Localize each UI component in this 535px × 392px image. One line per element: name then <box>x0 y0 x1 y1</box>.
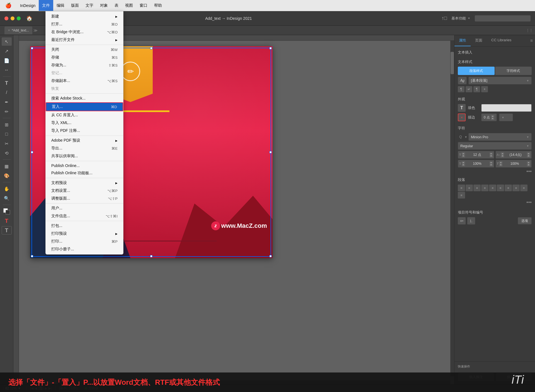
menu-edit[interactable]: 编辑 <box>53 0 68 11</box>
menu-help[interactable]: 帮助 <box>151 0 165 11</box>
leading-down[interactable]: ▼ <box>501 155 504 157</box>
tab-properties[interactable]: 属性 <box>454 35 471 46</box>
fill-color-swatch[interactable] <box>481 104 532 112</box>
tool-type-outline[interactable]: T <box>2 226 12 234</box>
share-icon[interactable]: ↑□ <box>441 15 447 21</box>
bullets-options-btn[interactable]: 选项 <box>518 217 532 224</box>
handle-tr[interactable] <box>269 47 272 49</box>
tool-hand[interactable]: ✋ <box>2 185 12 193</box>
handle-tl[interactable] <box>31 47 33 49</box>
align-justify-all-btn[interactable]: ≡ <box>512 185 520 191</box>
tool-fill-stroke[interactable] <box>2 207 12 216</box>
stroke-type-dropdown[interactable]: ▼ <box>499 113 513 121</box>
para-icon-3[interactable]: ¶ <box>473 86 480 92</box>
scale-h-down2[interactable]: ▼ <box>527 164 530 166</box>
menu-cc-place[interactable]: 从 CC 库置入... <box>46 111 123 119</box>
align-left-btn[interactable]: ≡ <box>458 185 465 191</box>
menu-new[interactable]: 新建 ▶ <box>46 13 123 20</box>
scale-v-up[interactable]: ▲ <box>462 161 465 164</box>
menu-view[interactable]: 视图 <box>122 0 136 11</box>
panel-toggle[interactable]: ⋮⋮ <box>526 28 533 32</box>
menu-table[interactable]: 表 <box>111 0 122 11</box>
panel-menu-icon[interactable]: ≡ <box>530 38 533 43</box>
align-toward-spine-btn[interactable]: ≡ <box>458 192 465 199</box>
tool-line[interactable]: / <box>2 88 12 97</box>
tool-direct-select[interactable]: ↗ <box>2 47 12 55</box>
menu-adjust-layout[interactable]: 调整版面... ⌥⇧P <box>46 195 123 202</box>
document-tab[interactable]: ✕ *Add_text... <box>4 26 32 34</box>
align-justify-right-btn[interactable]: ≡ <box>505 185 512 191</box>
file-menu[interactable]: 新建 ▶ 打开... ⌘O 在 Bridge 中浏览... ⌥⌘O 最近打开文件… <box>45 11 123 255</box>
menu-export[interactable]: 导出... ⌘E <box>46 144 123 152</box>
font-name-dropdown[interactable]: Minion Pro ▼ <box>468 133 532 141</box>
leading-up[interactable]: ▲ <box>501 153 504 155</box>
menu-open[interactable]: 打开... ⌘O <box>46 20 123 28</box>
scale-h-down[interactable]: ▼ <box>499 164 502 166</box>
align-right-btn[interactable]: ≡ <box>473 185 481 191</box>
menu-indesign[interactable]: InDesign <box>17 0 39 11</box>
font-size-down[interactable]: ▼ <box>462 155 465 157</box>
menu-recent[interactable]: 最近打开文件 ▶ <box>46 36 123 44</box>
scrollbar-thumb-v[interactable] <box>451 52 454 74</box>
menu-package[interactable]: 打包... <box>46 222 123 230</box>
menu-savecopy[interactable]: 存储副本... ⌥⌘S <box>46 77 123 85</box>
menu-layout[interactable]: 版面 <box>68 0 82 11</box>
menu-doc-settings[interactable]: 文档设置... ⌥⌘P <box>46 187 123 195</box>
search-box[interactable] <box>475 15 531 21</box>
scale-h-up2[interactable]: ▲ <box>527 161 530 164</box>
tool-color[interactable]: 🎨 <box>2 171 12 180</box>
menu-import-pdf[interactable]: 导入 PDF 注释... <box>46 127 123 135</box>
stroke-down[interactable]: ▼ <box>491 118 494 120</box>
scale-h-up[interactable]: ▲ <box>499 161 502 164</box>
tool-rect[interactable]: □ <box>2 130 12 138</box>
menu-import-xml[interactable]: 导入 XML... <box>46 119 123 127</box>
leading-up2[interactable]: ▲ <box>527 153 530 155</box>
tool-pencil[interactable]: ✏ <box>2 107 12 116</box>
scale-v-up2[interactable]: ▲ <box>490 161 493 164</box>
minimize-button[interactable] <box>11 16 14 20</box>
align-away-spine-btn[interactable]: ≡ <box>520 185 527 191</box>
menu-object[interactable]: 对象 <box>97 0 111 11</box>
tool-rect-frame[interactable]: ⊞ <box>2 120 12 129</box>
tool-type-bottom[interactable]: T <box>2 217 12 225</box>
menu-bridge[interactable]: 在 Bridge 中浏览... ⌥⌘O <box>46 28 123 36</box>
menu-publish-dashboard[interactable]: Publish Online 功能板... <box>46 169 123 177</box>
tool-transform[interactable]: ⟲ <box>2 149 12 157</box>
scale-v-down2[interactable]: ▼ <box>490 164 493 166</box>
tool-page[interactable]: 📄 <box>2 56 12 65</box>
tab-pages[interactable]: 页面 <box>471 35 487 46</box>
bullets-btn[interactable]: ≡• <box>458 217 466 224</box>
para-icon-2[interactable]: ↵ <box>466 86 472 92</box>
workspace-selector[interactable]: 基本功能 ▼ <box>451 16 470 21</box>
tool-gradient[interactable]: ▦ <box>2 162 12 170</box>
menu-close[interactable]: 关闭 ⌘W <box>46 46 123 54</box>
align-justify-btn[interactable]: ≡ <box>481 185 488 191</box>
para-style-btn[interactable]: 段落样式 <box>458 67 495 75</box>
font-size-up[interactable]: ▲ <box>462 153 465 155</box>
menu-print-preset[interactable]: 打印预设 ▶ <box>46 230 123 238</box>
close-button[interactable] <box>4 16 8 20</box>
font-size-down2[interactable]: ▼ <box>490 155 493 157</box>
tab-panels-arrow[interactable]: ≫ <box>33 28 38 33</box>
menu-window[interactable]: 窗口 <box>136 0 151 11</box>
menu-doc-preset[interactable]: 文档预设 ▶ <box>46 179 123 187</box>
menu-share-review[interactable]: 共享以供审阅... <box>46 152 123 160</box>
para-icon-4[interactable]: + <box>481 86 488 92</box>
stroke-value[interactable]: 0 点 ▲ ▼ <box>481 113 497 121</box>
handle-bm[interactable] <box>150 255 152 257</box>
stroke-up[interactable]: ▲ <box>491 115 494 117</box>
character-more[interactable]: ••• <box>458 169 532 175</box>
font-size-up2[interactable]: ▲ <box>490 153 493 155</box>
char-style-btn[interactable]: 字符样式 <box>495 67 532 75</box>
menu-file[interactable]: 文件 <box>39 0 53 11</box>
tool-scissors[interactable]: ✂ <box>2 139 12 148</box>
tool-select[interactable]: ↖ <box>2 37 12 46</box>
menu-file-info[interactable]: 文件信息... ⌥⇧⌘I <box>46 212 123 220</box>
menu-print-booklet[interactable]: 打印小册子... <box>46 245 123 253</box>
leading-down2[interactable]: ▼ <box>527 155 530 157</box>
scrollbar-vertical[interactable] <box>450 41 454 376</box>
menu-place[interactable]: 置入... ⌘D <box>46 102 123 111</box>
menu-print[interactable]: 打印... ⌘P <box>46 238 123 245</box>
handle-ml[interactable] <box>31 151 33 153</box>
tab-cc-libraries[interactable]: CC Libraries <box>487 35 516 46</box>
